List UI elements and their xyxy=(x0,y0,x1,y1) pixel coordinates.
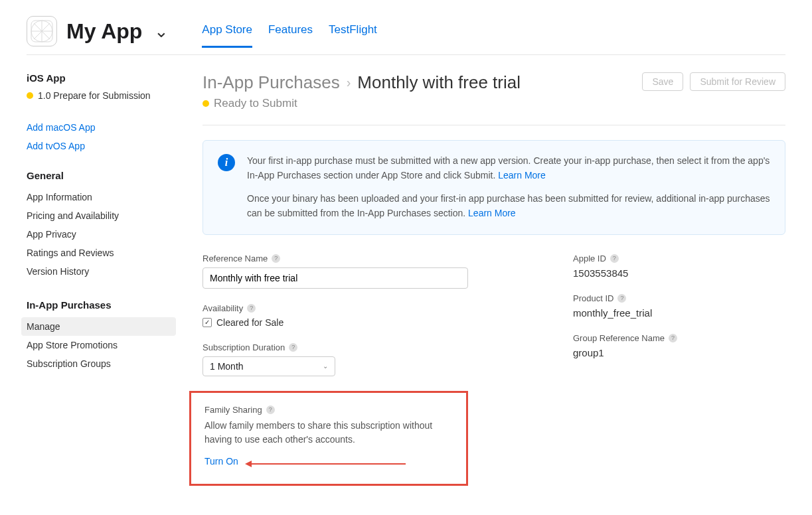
iap-status-label: Ready to Submit xyxy=(214,97,297,110)
product-id-label: Product ID xyxy=(573,293,613,303)
sidebar-item-manage[interactable]: Manage xyxy=(21,317,176,336)
breadcrumb-root[interactable]: In-App Purchases xyxy=(203,72,340,93)
info-icon: i xyxy=(218,154,235,171)
chevron-right-icon: › xyxy=(347,75,351,90)
group-reference-link[interactable]: group1 xyxy=(573,347,785,358)
add-tvos-link[interactable]: Add tvOS App xyxy=(27,141,176,151)
sidebar-item-groups[interactable]: Subscription Groups xyxy=(27,354,176,373)
cleared-for-sale-label: Cleared for Sale xyxy=(216,317,284,328)
sidebar-item-privacy[interactable]: App Privacy xyxy=(27,225,176,244)
app-name-label: My App xyxy=(66,19,142,44)
sidebar: iOS App 1.0 Prepare for Submission Add m… xyxy=(27,72,189,486)
select-value: 1 Month xyxy=(210,361,244,372)
family-sharing-description: Allow family members to share this subsc… xyxy=(204,419,453,447)
apple-id-value: 1503553845 xyxy=(573,267,785,279)
sidebar-item-ratings[interactable]: Ratings and Reviews xyxy=(27,244,176,262)
status-dot-icon xyxy=(203,100,209,107)
tab-testflight[interactable]: TestFlight xyxy=(329,23,377,48)
group-reference-name-label: Group Reference Name xyxy=(573,333,665,343)
cleared-for-sale-checkbox[interactable] xyxy=(203,318,212,327)
sidebar-item-app-information[interactable]: App Information xyxy=(27,188,176,206)
sidebar-item-pricing[interactable]: Pricing and Availability xyxy=(27,206,176,225)
app-icon-placeholder xyxy=(27,16,57,46)
help-icon[interactable]: ? xyxy=(669,334,677,342)
product-id-value: monthly_free_trial xyxy=(573,307,785,319)
chevron-down-icon: ⌄ xyxy=(323,362,328,370)
divider xyxy=(203,125,785,125)
family-sharing-highlight: Family Sharing ? Allow family members to… xyxy=(189,391,468,486)
submit-for-review-button[interactable]: Submit for Review xyxy=(690,72,785,91)
page-title: Monthly with free trial xyxy=(357,72,521,93)
sidebar-iap-title: In-App Purchases xyxy=(27,299,176,311)
help-icon[interactable]: ? xyxy=(610,254,619,263)
info-banner: i Your first in-app purchase must be sub… xyxy=(203,140,785,235)
chevron-down-icon: ⌄ xyxy=(154,21,169,42)
turn-on-link[interactable]: Turn On xyxy=(204,456,238,467)
status-dot-icon xyxy=(27,92,33,99)
save-button[interactable]: Save xyxy=(642,72,683,91)
subscription-duration-label: Subscription Duration xyxy=(203,342,285,352)
family-sharing-label: Family Sharing xyxy=(204,405,262,415)
help-icon[interactable]: ? xyxy=(247,304,256,313)
sidebar-item-history[interactable]: Version History xyxy=(27,262,176,281)
help-icon[interactable]: ? xyxy=(617,294,626,303)
help-icon[interactable]: ? xyxy=(266,405,275,414)
subscription-duration-select[interactable]: 1 Month ⌄ xyxy=(203,356,335,376)
version-status-label: 1.0 Prepare for Submission xyxy=(38,90,151,101)
help-icon[interactable]: ? xyxy=(272,254,280,263)
reference-name-label: Reference Name xyxy=(203,254,268,263)
arrow-annotation-icon xyxy=(246,456,406,467)
tab-app-store[interactable]: App Store xyxy=(202,23,252,48)
availability-label: Availability xyxy=(203,303,243,313)
tab-features[interactable]: Features xyxy=(268,23,313,48)
reference-name-input[interactable] xyxy=(203,267,468,289)
app-switcher[interactable]: My App ⌄ xyxy=(27,16,169,46)
breadcrumb: In-App Purchases › Monthly with free tri… xyxy=(203,72,521,93)
sidebar-ios-title: iOS App xyxy=(27,72,176,84)
sidebar-general-title: General xyxy=(27,170,176,181)
sidebar-version-status[interactable]: 1.0 Prepare for Submission xyxy=(27,90,176,101)
apple-id-label: Apple ID xyxy=(573,254,606,263)
add-macos-link[interactable]: Add macOS App xyxy=(27,122,176,133)
help-icon[interactable]: ? xyxy=(289,343,297,352)
learn-more-link-1[interactable]: Learn More xyxy=(498,170,546,181)
learn-more-link-2[interactable]: Learn More xyxy=(468,208,516,218)
sidebar-item-promotions[interactable]: App Store Promotions xyxy=(27,336,176,354)
